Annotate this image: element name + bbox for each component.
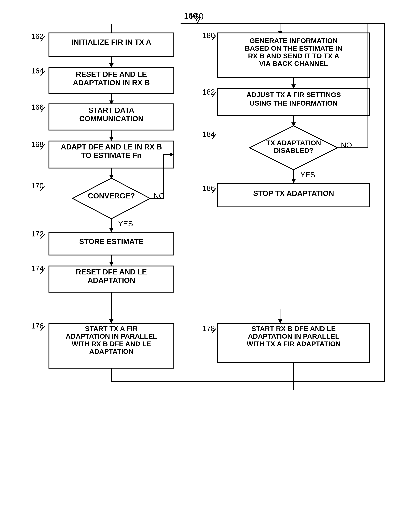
text-186: STOP TX ADAPTATION: [253, 189, 334, 197]
text-184a: TX ADAPTATION: [266, 139, 321, 147]
text-176a: START TX A FIR: [85, 325, 138, 332]
label-184: 184: [202, 130, 215, 138]
text-176d: ADAPTATION: [89, 348, 134, 355]
label-182: 182: [202, 88, 215, 96]
text-168b: TO ESTIMATE Fn: [81, 151, 142, 159]
label-162: 162: [31, 32, 44, 40]
yes-label-170: YES: [118, 219, 133, 228]
label-186: 186: [202, 184, 215, 192]
text-178b: ADAPTATION IN PARALLEL: [248, 332, 339, 340]
yes-label-184: YES: [300, 171, 315, 179]
text-172: STORE ESTIMATE: [79, 237, 144, 246]
text-174b: ADAPTATION: [88, 276, 135, 284]
text-180c: RX B AND SEND IT TO TX A: [248, 52, 339, 60]
text-164b: ADAPTATION IN RX B: [73, 78, 150, 87]
diagram-container: 160 162 INITIALIZE FIR IN TX A 164 RESET…: [0, 0, 420, 532]
text-166b: COMMUNICATION: [79, 114, 143, 123]
text-176c: WITH RX B DFE AND LE: [72, 340, 151, 348]
text-176b: ADAPTATION IN PARALLEL: [66, 332, 157, 340]
text-180d: VIA BACK CHANNEL: [259, 60, 328, 67]
text-162: INITIALIZE FIR IN TX A: [72, 38, 151, 46]
text-168a: ADAPT DFE AND LE IN RX B: [61, 143, 162, 151]
text-174a: RESET DFE AND LE: [76, 268, 147, 276]
label-168: 168: [31, 140, 44, 148]
text-178a: START RX B DFE AND LE: [252, 325, 336, 332]
label-174: 174: [31, 264, 44, 273]
text-182a: ADJUST TX A FIR SETTINGS: [246, 91, 341, 99]
text-180a: GENERATE INFORMATION: [250, 37, 338, 45]
label-180: 180: [202, 31, 215, 40]
text-164a: RESET DFE AND LE: [76, 70, 147, 78]
label-178: 178: [202, 324, 215, 332]
label-176: 176: [31, 322, 44, 330]
label-164: 164: [31, 67, 44, 75]
text-180b: BASED ON THE ESTIMATE IN: [245, 45, 342, 52]
label-166: 166: [31, 103, 44, 111]
diagram-label-160: 160: [184, 11, 197, 20]
label-170: 170: [31, 182, 44, 190]
text-184b: DISABLED?: [274, 147, 314, 154]
text-178c: WITH TX A FIR ADAPTATION: [247, 340, 341, 348]
text-170: CONVERGE?: [88, 192, 135, 200]
text-182b: USING THE INFORMATION: [250, 99, 338, 107]
text-166a: START DATA: [89, 106, 134, 114]
label-172: 172: [31, 230, 44, 238]
